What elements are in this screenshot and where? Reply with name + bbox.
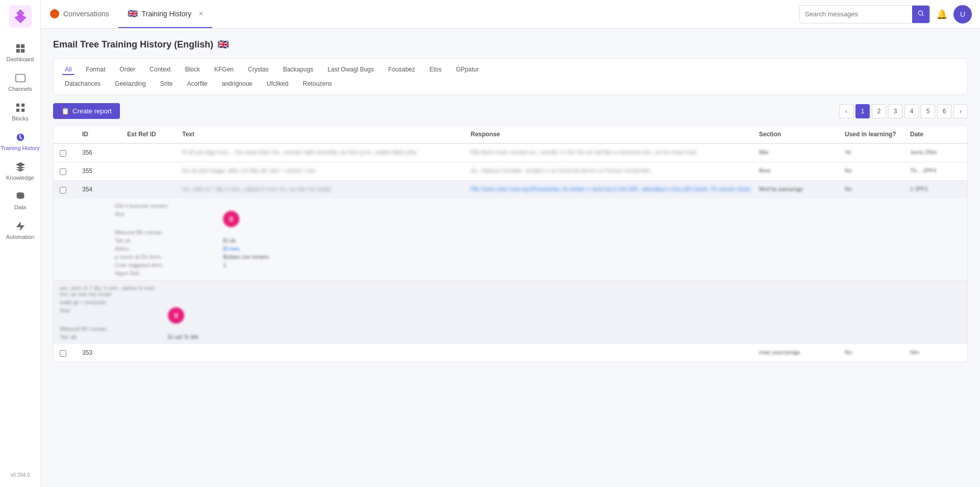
page-content: Email Tree Training History (English) 🇬🇧… <box>41 29 980 487</box>
filter-all[interactable]: All <box>62 65 75 75</box>
version-label: v0.394.0 <box>6 468 34 482</box>
row-355-checkbox-cell[interactable] <box>60 167 78 175</box>
filter-andrignoue[interactable]: andrignoue <box>218 79 255 88</box>
filter-geelazding[interactable]: Geelazding <box>112 79 149 88</box>
sidebar-logo[interactable] <box>9 5 32 38</box>
topbar: Conversations 🇬🇧 Training History × 🔔 U <box>41 0 980 29</box>
exp-label-353-1: um. ulon nt 7 dly, h mm., palver b nver … <box>60 285 162 297</box>
sidebar-item-data[interactable]: Data <box>0 186 40 215</box>
filter-context[interactable]: Context <box>146 65 174 75</box>
tab-training-history-label: Training History <box>142 10 192 18</box>
filter-backapugs[interactable]: Backapugs <box>280 65 316 75</box>
row-356-response: Flik there rover sunnen on., sumdb. In J… <box>471 149 755 155</box>
row-353-checkbox-cell[interactable] <box>60 349 78 357</box>
pink-badge-353: ⏸ <box>168 307 184 324</box>
sidebar: Dashboard Channels Blocks Training Histo… <box>0 0 41 487</box>
filter-block[interactable]: Block <box>182 65 203 75</box>
exp-label-mbsund: Mbsund Bh cumas: <box>115 229 217 235</box>
row-356-checkbox[interactable] <box>60 150 66 157</box>
search-messages-input[interactable] <box>800 10 912 18</box>
filter-format[interactable]: Format <box>83 65 108 75</box>
exp-value-badge-2 <box>223 229 961 235</box>
pagination-page-2[interactable]: 2 <box>872 104 886 118</box>
exp-value-hgyn <box>223 270 961 276</box>
filter-last-owagl-bugs[interactable]: Last Owagl Bugs <box>325 65 377 75</box>
exp-label-1: Gib h busurer vovam: <box>115 203 217 209</box>
row-354-checkbox-cell[interactable] <box>60 186 78 193</box>
th-used-in-learning: Used in learning? <box>845 131 906 138</box>
sidebar-item-dashboard[interactable]: Dashboard <box>0 38 40 67</box>
pagination-page-1[interactable]: 1 <box>855 104 870 118</box>
exp-label-any: Any <box>115 211 217 227</box>
filter-order[interactable]: Order <box>116 65 138 75</box>
filter-retouzens[interactable]: Retouzens <box>300 79 335 88</box>
sidebar-item-automation[interactable]: Automation <box>0 215 40 245</box>
row-353-checkbox[interactable] <box>60 350 66 357</box>
tab-training-history[interactable]: 🇬🇧 Training History × <box>118 0 213 28</box>
th-text: Text <box>182 131 467 138</box>
filter-etos[interactable]: Etos <box>426 65 445 75</box>
filter-gppatur[interactable]: GPpatur <box>453 65 482 75</box>
filter-row-2: Datachances Geelazding Srite Acorfile an… <box>62 79 959 88</box>
exp-label-353-luatb: luatb gt + mvoyure <box>60 299 162 305</box>
filter-crystas[interactable]: Crystas <box>245 65 272 75</box>
svg-line-13 <box>922 15 924 16</box>
exp-label-353-tan: Tan ab <box>60 334 162 340</box>
th-response: Response <box>471 131 755 138</box>
pink-badge-1: ⏸ <box>223 211 239 227</box>
row-356-used: Ye <box>845 149 906 155</box>
row-356-section: Blte <box>759 149 841 155</box>
create-report-button[interactable]: 📋 Create report <box>53 103 120 119</box>
th-date: Date <box>910 131 961 138</box>
user-avatar[interactable]: U <box>953 5 972 23</box>
row-353-date: Nm. <box>910 349 961 355</box>
exp-value-353-luatb <box>168 299 961 305</box>
exp-value-badge-1: ⏸ <box>223 211 961 227</box>
svg-rect-3 <box>20 44 24 48</box>
row-354-checkbox[interactable] <box>60 187 66 193</box>
exp-value-articu: El mm, <box>223 246 961 252</box>
pagination-page-5[interactable]: 5 <box>921 104 935 118</box>
table-row: um. ulon nt 7 dly, h mm., palver b nver … <box>54 281 967 362</box>
th-checkbox <box>60 131 78 138</box>
table-row: 354 um. ulon nt 7 dly, h mm., palver b n… <box>54 181 967 281</box>
svg-rect-5 <box>20 49 24 53</box>
pagination-next[interactable]: › <box>953 104 968 118</box>
table-row: 356 % df you legy muc... You shan than m… <box>54 144 967 162</box>
sidebar-item-blocks[interactable]: Blocks <box>0 97 40 127</box>
sidebar-item-knowledge[interactable]: Knowledge <box>0 156 40 186</box>
notifications-button[interactable]: 🔔 <box>936 9 947 20</box>
table-row-356[interactable]: 356 % df you legy muc... You shan than m… <box>54 144 967 162</box>
pagination-page-4[interactable]: 4 <box>904 104 919 118</box>
pagination-page-3[interactable]: 3 <box>888 104 902 118</box>
filter-ufcliked[interactable]: Ufcliked <box>264 79 292 88</box>
filter-fousabez[interactable]: Fousabez <box>385 65 419 75</box>
filter-datachances[interactable]: Datachances <box>62 79 104 88</box>
table-row: 355 Ihu wt pam legge, after nm Blp olk. … <box>54 162 967 181</box>
row-354-date: 1 2PF1 <box>910 186 961 192</box>
pagination-page-6[interactable]: 6 <box>937 104 951 118</box>
row-355-date: Th... 2PF4 <box>910 167 961 174</box>
exp-value-353-tan: El ud/ Tc lblt <box>168 334 961 340</box>
filter-kfgen[interactable]: KFGen <box>211 65 237 75</box>
svg-rect-4 <box>16 49 19 53</box>
row-356-date: Jums 2Nm <box>910 149 961 155</box>
sidebar-item-channels[interactable]: Channels <box>0 67 40 97</box>
pagination-prev[interactable]: ‹ <box>839 104 853 118</box>
row-356-checkbox-cell[interactable] <box>60 149 78 157</box>
search-messages-button[interactable] <box>912 6 929 23</box>
table-header: ID Ext Ref ID Text Response Section Used… <box>54 126 967 144</box>
table-row-353[interactable]: 353 mwy yournymgp No Nm. <box>54 344 967 362</box>
table-row-354[interactable]: 354 um. ulon nt 7 dly, h mm., palver b n… <box>54 181 967 199</box>
filter-acorfile[interactable]: Acorfile <box>184 79 210 88</box>
filter-srite[interactable]: Srite <box>157 79 176 88</box>
expanded-grid-353-top: um. ulon nt 7 dly, h mm., palver b nver … <box>60 285 961 340</box>
table-row-355[interactable]: 355 Ihu wt pam legge, after nm Blp olk. … <box>54 162 967 180</box>
tab-conversations[interactable]: Conversations <box>41 0 118 28</box>
sidebar-item-training-history[interactable]: Training History <box>0 127 40 156</box>
svg-rect-6 <box>15 75 24 82</box>
exp-label-cvar: Cvar mggesul dom. <box>115 262 217 268</box>
training-history-table: ID Ext Ref ID Text Response Section Used… <box>53 125 968 362</box>
row-355-checkbox[interactable] <box>60 168 66 175</box>
tab-close-button[interactable]: × <box>199 9 203 18</box>
